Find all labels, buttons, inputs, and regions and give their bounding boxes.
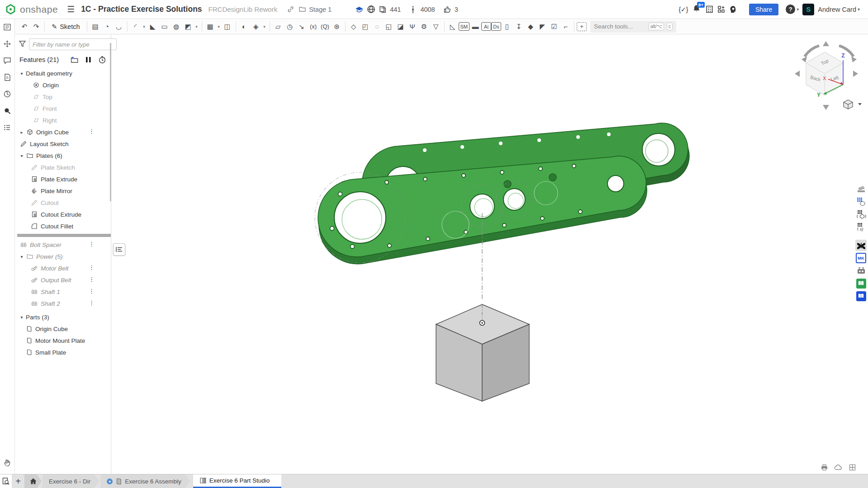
chevron-down-icon[interactable]: ▾ (18, 153, 26, 158)
chevron-right-icon[interactable]: ▸ (18, 130, 26, 135)
thumbs-up-icon[interactable] (441, 4, 453, 15)
view-options-button[interactable] (844, 100, 862, 109)
mk-badge-icon[interactable]: MK (855, 252, 867, 264)
custom-feature-robot2-icon[interactable]: ◱ (383, 21, 395, 33)
user-caret-icon[interactable]: ▾ (858, 7, 860, 12)
erase-icon[interactable]: ◆ (525, 21, 536, 33)
chevron-down-icon[interactable]: ▾ (18, 71, 26, 76)
standoff[interactable] (549, 174, 556, 181)
view-cube-body[interactable]: Top Back Left (806, 52, 843, 95)
featurescript-search-icon[interactable]: (Q) (319, 21, 331, 33)
transform-icon[interactable]: ◈ (250, 21, 262, 33)
search-icon[interactable] (2, 105, 13, 116)
chevron-down-icon[interactable]: ▾ (18, 254, 26, 259)
user-name[interactable]: Andrew Card (818, 6, 856, 13)
home-tab[interactable] (24, 474, 42, 488)
part-row-origin-cube[interactable]: Origin Cube (15, 323, 111, 335)
feature-row-right-plane[interactable]: Right (15, 114, 111, 126)
section-box-icon[interactable]: ◪ (395, 21, 407, 33)
undo-icon[interactable]: ↶ (19, 21, 30, 33)
hamburger-menu-icon[interactable]: ☰ (67, 4, 75, 14)
boolean-icon[interactable]: ◐ (238, 21, 250, 33)
feature-row-power-folder[interactable]: ▾ Power (5) (15, 251, 111, 262)
feature-row-shaft-1[interactable]: Shaft 1 ⋮ (15, 286, 111, 298)
lasso-select-icon[interactable]: ◌ (371, 21, 383, 33)
tab-exercise-6-assembly[interactable]: ● Exercise 6 Assembly (100, 474, 190, 488)
add-folder-icon[interactable] (69, 55, 79, 65)
ai-icon[interactable]: Ai (481, 22, 491, 31)
flatten-icon[interactable]: ▬ (470, 21, 481, 33)
primitive-cube-icon[interactable]: ◇ (348, 21, 360, 33)
braced-cube-icon[interactable] (855, 208, 867, 220)
rotate-ccw-arrow[interactable] (805, 46, 819, 57)
folder-label[interactable]: Stage 1 (309, 6, 332, 13)
feature-row-plate-extrude[interactable]: Plate Extrude (15, 173, 111, 185)
overflow-menu-icon[interactable]: ⋮ (89, 264, 95, 271)
sheet-metal-icon[interactable]: SM (459, 22, 470, 31)
feature-row-default-geometry[interactable]: ▾ Default geometry (15, 67, 111, 79)
onshape-logo[interactable] (5, 4, 16, 15)
feature-list-flyout-button[interactable] (113, 243, 125, 256)
feature-row-shaft-2[interactable]: Shaft 2 ⋮ (15, 298, 111, 309)
chevron-down-icon[interactable]: ▾ (194, 21, 199, 33)
model-scene[interactable] (112, 35, 868, 474)
share-button[interactable]: Share (749, 4, 778, 15)
helix-icon[interactable]: ◷ (284, 21, 296, 33)
overflow-menu-icon[interactable]: ⋮ (89, 288, 95, 294)
grid-icon[interactable] (848, 463, 856, 471)
parts-section-header[interactable]: ▾ Parts (3) (15, 311, 111, 323)
feature-row-cutout-fillet[interactable]: Cutout Fillet (15, 220, 111, 232)
insert-icon[interactable]: + (577, 22, 587, 31)
checkdoc-icon[interactable]: ☑ (548, 21, 560, 33)
feature-row-bolt-spacer[interactable]: Bolt Spacer ⋮ (15, 239, 111, 251)
tasks-icon[interactable] (704, 4, 716, 15)
move-icon[interactable] (2, 38, 13, 49)
chamfer-icon[interactable]: ◣ (147, 21, 159, 33)
green-book-icon[interactable] (855, 278, 867, 289)
feature-row-output-belt[interactable]: Output Belt ⋮ (15, 274, 111, 286)
export-icon[interactable]: ↧ (513, 21, 525, 33)
robot-icon[interactable] (855, 265, 867, 276)
linkage-icon[interactable]: Ψ (407, 21, 418, 33)
feature-row-origin[interactable]: Origin (15, 79, 111, 91)
feature-row-top-plane[interactable]: Top (15, 91, 111, 103)
extrude-icon[interactable]: ▤ (90, 21, 101, 33)
tab-exercise-6-drawing[interactable]: Exercise 6 - Dir (43, 474, 100, 488)
feature-row-cutout[interactable]: Cutout (15, 197, 111, 208)
feature-row-plate-sketch[interactable]: Plate Sketch (15, 161, 111, 173)
add-tab-icon[interactable]: + (12, 474, 24, 488)
wire-icon[interactable]: ⌐ (560, 21, 572, 33)
filter-funnel-icon[interactable]: ▽ (430, 21, 442, 33)
hole-icon[interactable]: ◍ (171, 21, 182, 33)
overflow-menu-icon[interactable]: ⋮ (89, 299, 95, 306)
feature-row-plates-folder[interactable]: ▾ Plates (6) (15, 150, 111, 161)
user-avatar[interactable]: S (802, 4, 814, 15)
pause-icon[interactable] (83, 55, 93, 65)
custom-feature-robot-icon[interactable]: ◰ (360, 21, 371, 33)
timer-icon[interactable] (97, 55, 107, 65)
overflow-menu-icon[interactable]: ⋮ (89, 241, 95, 247)
notes-icon[interactable] (2, 72, 13, 83)
link-icon[interactable] (285, 4, 296, 15)
butterfly-icon[interactable] (855, 240, 867, 251)
history-icon[interactable] (2, 89, 13, 99)
cloud-icon[interactable] (834, 463, 842, 471)
mate-connector-icon[interactable]: ⊛ (331, 21, 343, 33)
sketch-button[interactable]: ✎ Sketch (47, 22, 85, 32)
comments-icon[interactable] (2, 55, 13, 66)
pattern-icon[interactable]: ▦ (204, 21, 216, 33)
overflow-menu-icon[interactable]: ⋮ (89, 128, 95, 135)
table-variable-icon[interactable]: x) (855, 221, 867, 232)
plane-icon[interactable]: ▱ (272, 21, 284, 33)
shell-icon[interactable]: ▭ (159, 21, 171, 33)
assistant-icon[interactable] (727, 4, 739, 15)
origin-cube-part[interactable] (436, 304, 529, 401)
pan-icon[interactable] (2, 457, 13, 468)
mirror-icon[interactable]: ◫ (222, 21, 233, 33)
project-curve-icon[interactable]: ↘ (296, 21, 308, 33)
printer-icon[interactable] (820, 463, 828, 471)
fillet-icon[interactable]: ◜ (130, 21, 142, 33)
bom-cube-icon[interactable] (855, 196, 867, 207)
copies-icon[interactable] (377, 4, 389, 15)
front-plate-end-hole[interactable] (607, 175, 624, 192)
